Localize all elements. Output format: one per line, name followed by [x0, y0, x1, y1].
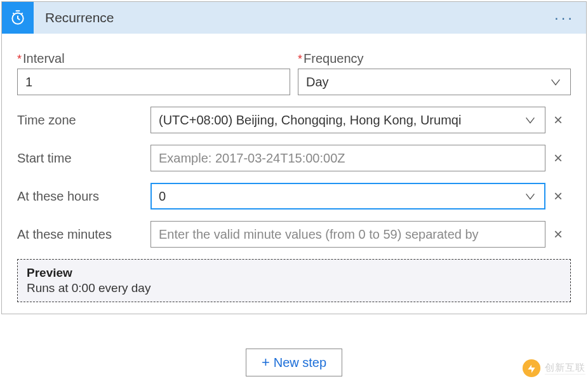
timezone-clear-button[interactable]: ×	[545, 111, 571, 129]
hours-clear-button[interactable]: ×	[545, 187, 571, 205]
panel-body: Interval 1 Frequency Day Time zone (UTC+…	[2, 34, 586, 314]
minutes-placeholder: Enter the valid minute values (from 0 to…	[159, 227, 479, 242]
interval-input[interactable]: 1	[17, 69, 290, 95]
watermark-icon	[522, 359, 541, 378]
new-step-button[interactable]: + New step	[246, 349, 342, 376]
panel-title: Recurrence	[34, 10, 554, 25]
frequency-label: Frequency	[298, 51, 571, 66]
recurrence-icon	[2, 2, 34, 34]
preview-title: Preview	[27, 266, 561, 280]
chevron-down-icon	[549, 75, 563, 89]
starttime-placeholder: Example: 2017-03-24T15:00:00Z	[159, 151, 345, 166]
timezone-label: Time zone	[17, 113, 150, 128]
chevron-down-icon	[523, 189, 537, 203]
minutes-input[interactable]: Enter the valid minute values (from 0 to…	[150, 221, 545, 248]
starttime-label: Start time	[17, 151, 150, 166]
frequency-select[interactable]: Day	[298, 69, 571, 95]
timezone-select[interactable]: (UTC+08:00) Beijing, Chongqing, Hong Kon…	[150, 107, 545, 133]
frequency-value: Day	[306, 75, 329, 90]
preview-text: Runs at 0:00 every day	[27, 281, 561, 295]
hours-select[interactable]: 0	[150, 183, 545, 209]
hours-label: At these hours	[17, 189, 150, 204]
starttime-input[interactable]: Example: 2017-03-24T15:00:00Z	[150, 145, 545, 171]
more-menu-button[interactable]: ···	[554, 9, 586, 27]
starttime-clear-button[interactable]: ×	[545, 149, 571, 167]
hours-value: 0	[159, 189, 166, 204]
interval-label: Interval	[17, 51, 290, 66]
recurrence-panel: Recurrence ··· Interval 1 Frequency Day …	[1, 1, 587, 314]
minutes-label: At these minutes	[17, 227, 150, 242]
panel-header: Recurrence ···	[2, 2, 586, 34]
timezone-value: (UTC+08:00) Beijing, Chongqing, Hong Kon…	[159, 113, 461, 128]
chevron-down-icon	[523, 113, 537, 127]
preview-box: Preview Runs at 0:00 every day	[17, 259, 571, 302]
new-step-label: New step	[274, 356, 326, 370]
minutes-clear-button[interactable]: ×	[545, 225, 571, 243]
watermark: 创新互联	[519, 357, 588, 379]
interval-value: 1	[25, 75, 32, 90]
plus-icon: +	[262, 354, 270, 371]
watermark-text: 创新互联	[545, 362, 585, 375]
